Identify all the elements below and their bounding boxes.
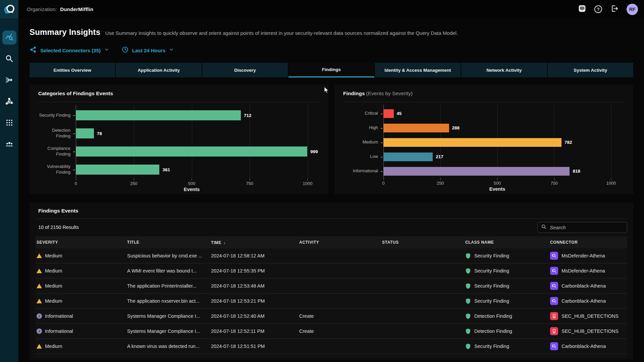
column-header-status[interactable]: STATUS <box>381 240 464 245</box>
cell-severity: Medium <box>36 283 126 289</box>
tab-network-activity[interactable]: Network Activity <box>461 63 547 77</box>
x-axis: 02505007501000 <box>383 178 611 186</box>
y-axis-label: Security Finding <box>38 113 76 118</box>
x-axis-label: Events <box>76 187 308 193</box>
x-tick-label: 500 <box>494 181 501 186</box>
cell-severity: iInformational <box>36 313 126 319</box>
sidebar-item-apps[interactable] <box>2 116 16 130</box>
cell-time: 2024-07-18 12:53:21 PM <box>210 298 298 304</box>
table-search[interactable] <box>537 222 627 233</box>
chart-bar-row-detection-finding: Detection Finding78 <box>38 124 320 142</box>
shield-icon <box>465 283 471 289</box>
cell-title: A known virus was detected run... <box>126 344 210 349</box>
tab-entities-overview[interactable]: Entities Overview <box>30 63 115 77</box>
divider <box>343 102 625 102</box>
apps-grid-icon <box>5 119 13 128</box>
user-avatar[interactable]: RF <box>627 4 638 15</box>
y-axis-label: Vulnerability Finding <box>38 164 76 175</box>
tab-findings[interactable]: Findings <box>288 63 374 77</box>
bar-value-label: 288 <box>452 125 460 130</box>
column-header-title[interactable]: TITLE <box>126 240 210 245</box>
insights-icon <box>5 33 14 43</box>
sidebar-item-search[interactable] <box>2 52 16 66</box>
magnifier-icon <box>551 344 557 349</box>
help-icon[interactable]: ? <box>594 5 602 13</box>
chart-title: Findings(Events by Severity) <box>343 90 625 98</box>
bar-value-label: 712 <box>244 113 252 118</box>
tab-application-activity[interactable]: Application Activity <box>116 63 201 77</box>
tab-system-activity[interactable]: System Activity <box>548 63 633 77</box>
chevron-down-icon <box>169 47 174 54</box>
time-range-filter[interactable]: Last 24 Hours <box>121 46 174 55</box>
divider <box>38 102 320 102</box>
sidebar-item-graph[interactable] <box>2 95 16 109</box>
table-row[interactable]: MediumThe application nxserver.bin act..… <box>36 294 627 309</box>
intercom-icon[interactable] <box>578 4 586 14</box>
share-nodes-icon <box>30 46 37 55</box>
shield-icon <box>465 313 471 319</box>
y-axis-label: High <box>343 125 383 131</box>
table-row[interactable]: iInformationalSystems Manager Compliance… <box>36 309 627 324</box>
bar-compliance-finding[interactable] <box>76 146 307 157</box>
table-row[interactable]: MediumA known virus was detected run...2… <box>36 339 627 354</box>
cell-activity: Create <box>298 313 381 319</box>
table-row-partial <box>36 354 627 358</box>
y-axis-label: Detection Finding <box>38 128 76 139</box>
bar-critical[interactable] <box>383 109 394 118</box>
chart-bar-row-high: High288 <box>343 121 625 135</box>
charts-row: Categories of Findings Events Security F… <box>30 84 633 194</box>
logout-icon[interactable] <box>610 4 619 14</box>
column-header-time[interactable]: TIME↓ <box>210 240 298 245</box>
table-row[interactable]: MediumA WMI event filter was bound t...2… <box>36 263 627 279</box>
bar-informational[interactable] <box>383 167 570 176</box>
table-title: Findings Events <box>38 208 627 215</box>
tab-discovery[interactable]: Discovery <box>202 63 288 77</box>
connector-icon <box>550 342 558 350</box>
column-header-class-name[interactable]: CLASS NAME <box>464 240 549 245</box>
sidebar <box>0 18 18 362</box>
bar-low[interactable] <box>383 153 433 161</box>
column-header-connector[interactable]: CONNECTOR <box>549 240 627 245</box>
cell-class-name: Detection Finding <box>464 328 549 335</box>
bar-value-label: 361 <box>162 167 170 172</box>
query-logo-icon[interactable] <box>0 0 18 18</box>
x-tick-label: 0 <box>74 181 77 186</box>
bar-detection-finding[interactable] <box>76 128 94 138</box>
table-row[interactable]: MediumThe application PrinterInstaller..… <box>36 279 627 294</box>
bar-security-finding[interactable] <box>76 110 241 120</box>
search-input[interactable] <box>550 225 624 230</box>
x-tick-label: 0 <box>382 181 384 186</box>
column-header-activity[interactable]: ACTIVITY <box>298 240 381 245</box>
cell-connector: SEC_HUB_DETECTIONS <box>549 327 627 335</box>
connectors-flow-icon <box>5 76 13 85</box>
bar-vulnerability-finding[interactable] <box>76 165 159 175</box>
cell-title: Suspicious behavior by cmd.exe ... <box>126 253 210 258</box>
bar-medium[interactable] <box>383 138 561 147</box>
sidebar-item-teams[interactable] <box>2 138 16 152</box>
connectors-filter[interactable]: Selected Connectors (35) <box>30 46 109 55</box>
shield-icon <box>465 253 471 259</box>
cell-severity: Medium <box>36 268 126 274</box>
bar-value-label: 217 <box>436 154 443 159</box>
sidebar-item-summary-insights[interactable] <box>2 31 16 45</box>
sidebar-item-connectors[interactable] <box>2 73 16 87</box>
magnifier-icon <box>551 268 557 274</box>
divider <box>36 219 627 219</box>
clock-icon <box>121 46 129 55</box>
cell-connector: MsDefender-Athena <box>549 252 627 260</box>
chevron-down-icon <box>104 47 109 54</box>
tab-identity-access-management[interactable]: Identity & Access Management <box>375 63 461 77</box>
column-header-severity[interactable]: SEVERITY <box>36 240 126 245</box>
x-tick-label: 250 <box>437 181 444 186</box>
x-tick-label: 500 <box>188 181 196 186</box>
magnifier-icon <box>551 283 557 289</box>
table-header-row: SEVERITYTITLETIME↓ACTIVITYSTATUSCLASS NA… <box>36 236 627 248</box>
table-row[interactable]: iInformationalSystems Manager Compliance… <box>36 324 627 339</box>
info-circle-icon: i <box>37 313 42 319</box>
x-tick-label: 1000 <box>303 181 313 186</box>
page-subtitle: Use Summary Insights to quickly observe … <box>105 30 458 36</box>
y-axis-label: Medium <box>343 139 383 145</box>
table-row[interactable]: MediumSuspicious behavior by cmd.exe ...… <box>36 248 627 263</box>
bar-high[interactable] <box>383 124 449 132</box>
cell-activity: Create <box>298 328 381 334</box>
